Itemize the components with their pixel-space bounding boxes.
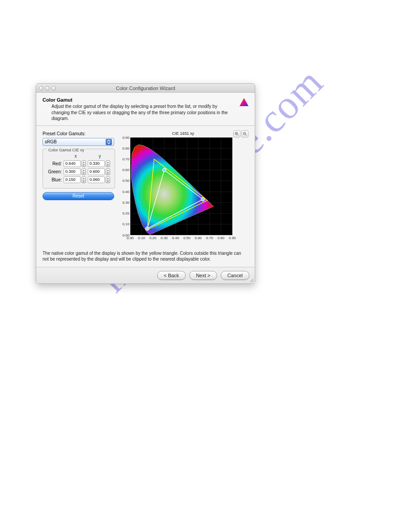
red-row: Red: ▲▼ ▲▼ xyxy=(46,160,112,167)
blue-label: Blue: xyxy=(46,177,64,182)
green-y-stepper[interactable]: ▲▼ xyxy=(106,168,110,175)
next-button[interactable]: Next > xyxy=(189,271,217,280)
preset-selected-value: sRGB xyxy=(45,139,57,144)
blue-x-input[interactable] xyxy=(64,176,81,183)
fieldset-legend: Color Gamut CIE xy xyxy=(47,148,86,152)
preset-label: Preset Color Gamuts: xyxy=(43,131,114,136)
green-y-input[interactable] xyxy=(88,168,105,175)
window-titlebar: Color Configuration Wizard xyxy=(36,84,255,93)
y-tick-label: 0.90 xyxy=(120,136,129,140)
chart-title: CIE 1931 xy xyxy=(118,131,248,136)
x-tick-label: 0.30 xyxy=(161,236,168,240)
y-column-header: y xyxy=(88,154,112,159)
red-x-input[interactable] xyxy=(64,160,81,167)
svg-line-35 xyxy=(253,281,253,282)
svg-line-2 xyxy=(237,134,239,136)
x-tick-label: 0.70 xyxy=(206,236,213,240)
blue-y-stepper[interactable]: ▲▼ xyxy=(106,176,110,183)
y-tick-label: 0.60 xyxy=(120,168,129,172)
green-row: Green: ▲▼ ▲▼ xyxy=(46,168,112,175)
svg-marker-0 xyxy=(240,98,248,106)
y-tick-label: 0.30 xyxy=(120,201,129,205)
x-tick-label: 0.60 xyxy=(195,236,202,240)
y-tick-label: 0.10 xyxy=(120,222,129,226)
red-x-stepper[interactable]: ▲▼ xyxy=(81,160,86,167)
page-description: Adjust the color gamut of the display by… xyxy=(43,103,248,122)
cie-xy-fieldset: Color Gamut CIE xy x y Red: ▲▼ ▲▼ xyxy=(43,149,115,189)
green-x-input[interactable] xyxy=(64,168,81,175)
wizard-header: Color Gamut Adjust the color gamut of th… xyxy=(36,93,255,126)
green-x-stepper[interactable]: ▲▼ xyxy=(81,168,86,175)
xy-column-headers: x y xyxy=(46,154,112,159)
wizard-window: Color Configuration Wizard Color Gamut A… xyxy=(36,83,255,284)
blue-y-input[interactable] xyxy=(88,176,105,183)
x-column-header: x xyxy=(64,154,88,159)
window-title: Color Configuration Wizard xyxy=(36,86,255,91)
back-button[interactable]: < Back xyxy=(157,271,186,280)
page-title: Color Gamut xyxy=(43,97,248,103)
cie-diagram[interactable] xyxy=(130,137,232,235)
y-tick-label: 0.20 xyxy=(120,211,129,215)
y-tick-label: 0.80 xyxy=(120,146,129,150)
x-tick-label: 0.90 xyxy=(229,236,236,240)
red-y-input[interactable] xyxy=(88,160,105,167)
x-tick-label: 0.00 xyxy=(127,236,134,240)
svg-point-30 xyxy=(163,168,166,172)
colorsync-icon xyxy=(239,97,249,108)
cie-chart-area: 0.000.100.200.300.400.500.600.700.800.90… xyxy=(118,137,248,244)
dropdown-arrows-icon xyxy=(106,139,112,145)
x-tick-label: 0.40 xyxy=(172,236,179,240)
chart-panel: CIE 1931 xy 0.000.100.200.300.400.500.60… xyxy=(118,131,248,244)
wizard-footer: < Back Next > Cancel xyxy=(36,267,255,283)
wizard-body: Preset Color Gamuts: sRGB Color Gamut CI… xyxy=(36,126,255,248)
controls-panel: Preset Color Gamuts: sRGB Color Gamut CI… xyxy=(43,131,114,244)
x-tick-label: 0.50 xyxy=(184,236,191,240)
x-tick-label: 0.80 xyxy=(218,236,225,240)
y-tick-label: 0.50 xyxy=(120,179,129,183)
x-tick-label: 0.10 xyxy=(138,236,145,240)
footnote-text: The native color gamut of the display is… xyxy=(36,248,255,267)
resize-grip-icon[interactable] xyxy=(248,277,254,283)
cancel-button[interactable]: Cancel xyxy=(221,271,249,280)
green-label: Green: xyxy=(46,169,64,174)
y-tick-label: 0.70 xyxy=(120,157,129,161)
preset-gamut-select[interactable]: sRGB xyxy=(43,138,114,146)
x-tick-label: 0.20 xyxy=(150,236,157,240)
blue-x-stepper[interactable]: ▲▼ xyxy=(81,176,86,183)
red-y-stepper[interactable]: ▲▼ xyxy=(106,160,110,167)
svg-line-6 xyxy=(245,134,247,136)
red-label: Red: xyxy=(46,161,64,166)
y-tick-label: 0.40 xyxy=(120,190,129,194)
blue-row: Blue: ▲▼ ▲▼ xyxy=(46,176,112,183)
reset-button[interactable]: Reset xyxy=(43,192,114,200)
